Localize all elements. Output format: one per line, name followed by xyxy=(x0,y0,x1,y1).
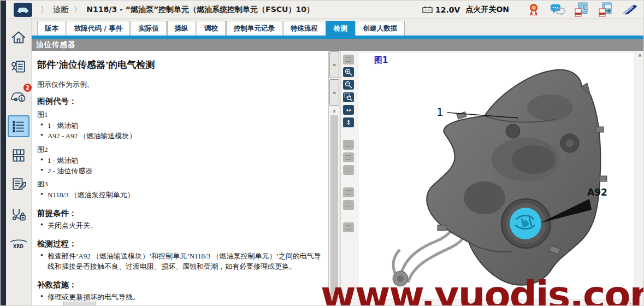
fit-height-button[interactable]: ↕ xyxy=(343,117,354,127)
zoom-in-icon xyxy=(344,68,353,76)
manuals-button[interactable] xyxy=(621,2,639,17)
test-description-pane: 部件’油位传感器’的电气检测 图示仅作为示例。 图例代号： 图1 1 - 燃油箱… xyxy=(32,51,328,306)
vehicle-button[interactable] xyxy=(14,3,32,17)
battery-voltage: 12.0V xyxy=(435,5,460,14)
remedy-list: 修理或更新损坏的电气导线。 xyxy=(40,292,323,303)
battery-icon xyxy=(422,7,433,13)
page-title: 部件’油位传感器’的电气检测 xyxy=(37,58,323,71)
list-icon xyxy=(11,120,26,133)
zoom-out-icon xyxy=(344,80,353,89)
highlight-icon xyxy=(346,155,351,160)
sidebar-item-control-units[interactable] xyxy=(8,145,29,167)
pdf-report-button[interactable] xyxy=(572,2,591,17)
tab-creator-data[interactable]: 创建人数据 xyxy=(356,21,405,36)
play-tool-button xyxy=(343,200,354,210)
figure-scroll-up-arrow[interactable]: ∧ xyxy=(635,51,644,60)
collapse-pane-button[interactable]: « xyxy=(329,79,339,106)
seal-icon xyxy=(527,3,540,17)
legend-item: 1 - 燃油箱 xyxy=(40,156,323,166)
options-tool-button xyxy=(343,222,354,232)
fault-count-badge: 2 xyxy=(23,84,32,92)
figure-toolbar: ↔ ↕ xyxy=(341,52,356,232)
zoom-out-button[interactable] xyxy=(343,80,354,90)
diagnosis-protocol-icon xyxy=(11,60,26,75)
zoom-in-button[interactable] xyxy=(343,67,354,77)
snapshot-icon xyxy=(346,190,351,195)
pan-icon xyxy=(346,57,351,62)
xrd-vehicle-icon: XRD xyxy=(9,237,28,251)
legend-figure-label: 图2 xyxy=(37,145,323,155)
top-bar: 〉 诊断 〉 N118/3 - “燃油泵”控制单元（燃油系统控制单元（FSCU）… xyxy=(6,1,644,19)
layers-tool-button xyxy=(343,140,354,150)
navigation-sidebar: 2 xyxy=(6,19,32,306)
figure-scroll-right-arrow[interactable]: › xyxy=(626,299,635,306)
odis-diagnostic-window: 〉 诊断 〉 N118/3 - “燃油泵”控制单元（燃油系统控制单元（FSCU）… xyxy=(0,0,644,306)
test-procedure-heading: 检测过程： xyxy=(37,239,323,249)
tab-actual-values[interactable]: 实际值 xyxy=(131,21,167,36)
fuel-tank-illustration: 1 A92 xyxy=(370,58,627,293)
tab-version[interactable]: 版本 xyxy=(37,21,66,36)
figure-scroll-down-arrow[interactable]: ∨ xyxy=(635,290,644,299)
remedy-item: 修理或更新损坏的电气导线。 xyxy=(40,292,323,303)
legend-item: A92 - A92 （燃油输送模块） xyxy=(40,131,323,142)
callout-tank-label: 1 xyxy=(436,105,444,119)
stethoscope-lock-icon xyxy=(11,207,26,222)
content-horizontal-scrollbar[interactable] xyxy=(63,302,96,306)
car-icon xyxy=(16,5,29,14)
sidebar-item-vehicle-faults[interactable]: 2 xyxy=(8,86,29,108)
figure-canvas[interactable]: 图1 xyxy=(359,53,634,299)
sidebar-item-repair-orders[interactable] xyxy=(8,174,29,196)
breadcrumb-link-diagnosis[interactable]: 诊断 xyxy=(53,5,68,14)
fit-width-button[interactable]: ↔ xyxy=(343,105,354,115)
fuel-delivery-module xyxy=(501,199,551,248)
legend-figure-label: 图1 xyxy=(37,110,323,120)
breadcrumb-current-ecu: N118/3 - “燃油泵”控制单元（燃油系统控制单元（FSCU）10） xyxy=(86,5,314,14)
content-scroll-up-arrow[interactable]: ∧ xyxy=(329,107,340,115)
options-icon xyxy=(346,225,351,229)
preconditions-heading: 前提条件： xyxy=(37,208,323,219)
pdf-export-button[interactable] xyxy=(596,2,615,17)
messages-button[interactable] xyxy=(548,2,567,17)
sidebar-item-protected-diagnosis[interactable] xyxy=(8,204,29,226)
breadcrumb-separator: 〉 xyxy=(40,5,48,14)
license-seal-button[interactable] xyxy=(524,2,543,17)
tab-special-procedures[interactable]: 特殊流程 xyxy=(283,21,326,36)
home-icon xyxy=(11,31,26,45)
breadcrumb: 〉 诊断 〉 N118/3 - “燃油泵”控制单元（燃油系统控制单元（FSCU）… xyxy=(38,5,314,15)
figure-pane: ↔ ↕ 图1 xyxy=(340,51,644,306)
figure-horizontal-scrollbar[interactable]: ‹ › xyxy=(340,299,635,306)
legend-item: N118/3 （燃油泵控制单元） xyxy=(40,190,323,201)
sidebar-item-home[interactable] xyxy=(8,27,29,49)
sidebar-item-test-plan[interactable] xyxy=(8,115,29,137)
tab-ecu-log[interactable]: 控制单元记录 xyxy=(226,21,282,36)
expand-pane-button[interactable]: » xyxy=(329,51,339,78)
precondition-item: 关闭点火开关。 xyxy=(40,221,323,231)
tab-test[interactable]: 检测 xyxy=(326,21,355,36)
test-procedure-item: 检查部件’A92 （燃油输送模块）’和控制单元’N118/3 （燃油泵控制单元）… xyxy=(40,251,323,272)
legend-list: 1 - 燃油箱 2 - 油位传感器 xyxy=(40,156,323,176)
tab-fault-codes[interactable]: 故障代码 / 事件 xyxy=(67,21,130,36)
sidebar-item-protocol[interactable] xyxy=(8,56,29,78)
pdf-document-clock-icon xyxy=(574,2,589,17)
xrd-label: XRD xyxy=(13,244,23,249)
book-icon xyxy=(622,3,638,16)
content-scrollbar-thumb[interactable] xyxy=(330,115,338,302)
content-scrollbar-strip: » « ∧ xyxy=(328,51,340,306)
legend-figure-label: 图3 xyxy=(37,179,323,189)
figure-vertical-scrollbar[interactable]: ∧ ∨ xyxy=(635,51,644,299)
test-procedure-list: 检查部件’A92 （燃油输送模块）’和控制单元’N118/3 （燃油泵控制单元）… xyxy=(40,251,323,272)
section-title: 油位传感器 xyxy=(36,40,76,50)
legend-list: 1 - 燃油箱 A92 - A92 （燃油输送模块） xyxy=(40,121,323,142)
sidebar-item-xrd[interactable]: XRD xyxy=(8,233,29,255)
tab-actuation[interactable]: 操纵 xyxy=(167,21,196,36)
figure-scroll-left-arrow[interactable]: ‹ xyxy=(340,299,349,306)
zoom-selection-button[interactable] xyxy=(343,92,354,102)
print-tool-button xyxy=(343,165,354,175)
remedy-heading: 补救措施： xyxy=(37,280,323,290)
tab-adaptation[interactable]: 调校 xyxy=(197,21,226,36)
zoom-selection-icon xyxy=(344,93,353,102)
pan-tool-button xyxy=(343,55,354,64)
legend-item: 2 - 油位传感器 xyxy=(40,166,323,176)
print-icon xyxy=(346,168,351,172)
layers-icon xyxy=(346,143,351,147)
